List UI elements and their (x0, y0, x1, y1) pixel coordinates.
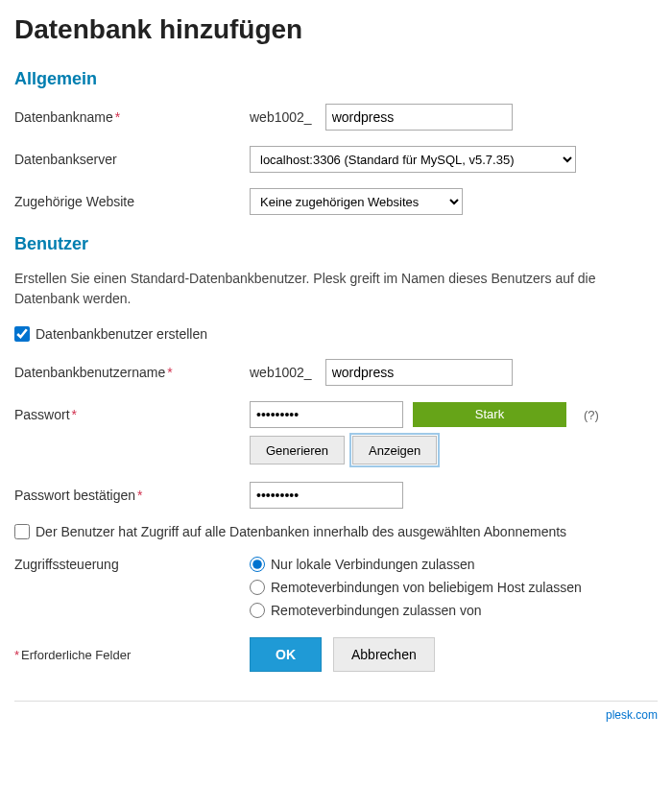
db-server-label: Datenbankserver (14, 152, 250, 167)
db-server-select[interactable]: localhost:3306 (Standard für MySQL, v5.7… (250, 146, 576, 173)
related-site-select[interactable]: Keine zugehörigen Websites (250, 188, 463, 215)
create-user-label: Datenbankbenutzer erstellen (36, 326, 207, 342)
access-local-label: Nur lokale Verbindungen zulassen (271, 557, 474, 572)
all-db-access-checkbox[interactable] (14, 524, 30, 539)
user-section-description: Erstellen Sie einen Standard-Datenbankbe… (14, 269, 658, 309)
related-site-label: Zugehörige Website (14, 194, 250, 209)
required-asterisk: * (167, 365, 172, 380)
create-user-checkbox[interactable] (14, 326, 30, 342)
footer-divider (14, 701, 658, 702)
db-name-prefix: web1002_ (250, 109, 312, 125)
password-label: Passwort* (14, 407, 250, 422)
password-strength-indicator: Stark (413, 402, 566, 427)
access-remote-from-radio[interactable] (250, 603, 265, 618)
access-control-label: Zugriffssteuerung (14, 557, 250, 572)
access-remote-any-label: Remoteverbindungen von beliebigem Host z… (271, 580, 582, 595)
required-asterisk: * (72, 407, 77, 422)
password-input[interactable] (250, 401, 403, 428)
ok-button[interactable]: OK (250, 637, 322, 672)
confirm-password-label: Passwort bestätigen* (14, 488, 250, 503)
db-name-label: Datenbankname* (14, 109, 250, 125)
confirm-password-input[interactable] (250, 482, 403, 509)
cancel-button[interactable]: Abbrechen (333, 637, 435, 672)
db-username-label: Datenbankbenutzername* (14, 365, 250, 380)
section-user-heading: Benutzer (14, 234, 658, 254)
access-remote-any-radio[interactable] (250, 580, 265, 595)
password-help-icon[interactable]: (?) (584, 408, 599, 422)
access-remote-from-label: Remoteverbindungen zulassen von (271, 603, 481, 618)
access-local-radio[interactable] (250, 557, 265, 572)
show-password-button[interactable]: Anzeigen (352, 436, 437, 465)
db-name-input[interactable] (325, 104, 513, 131)
db-username-input[interactable] (325, 359, 513, 386)
required-fields-note: *Erforderliche Felder (14, 648, 250, 662)
page-title: Datenbank hinzufügen (14, 14, 658, 45)
db-username-prefix: web1002_ (250, 365, 312, 380)
plesk-link[interactable]: plesk.com (14, 708, 658, 722)
section-general-heading: Allgemein (14, 69, 658, 89)
required-asterisk: * (115, 109, 120, 125)
generate-password-button[interactable]: Generieren (250, 436, 345, 465)
required-asterisk: * (137, 488, 142, 503)
all-db-access-label: Der Benutzer hat Zugriff auf alle Datenb… (36, 524, 566, 539)
